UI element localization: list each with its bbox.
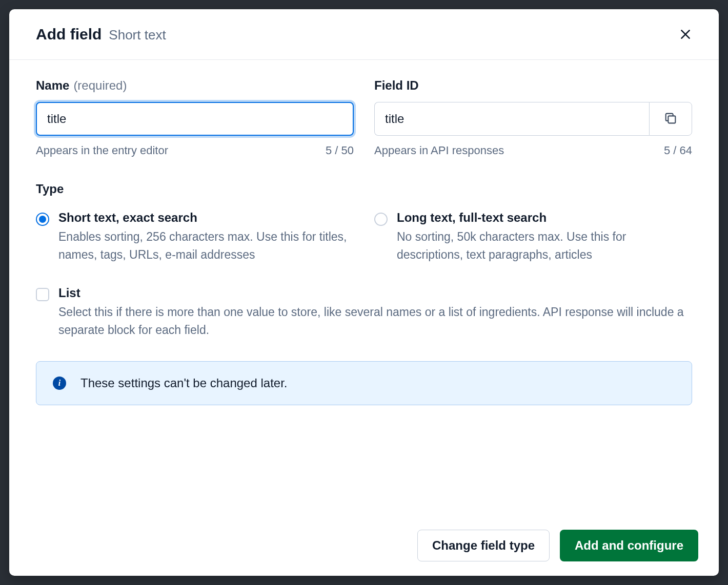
modal-header: Add field Short text [9, 9, 719, 60]
copy-field-id-button[interactable] [649, 102, 692, 136]
list-checkbox[interactable] [36, 288, 49, 301]
close-button[interactable] [675, 24, 696, 45]
field-id-help-text: Appears in API responses [374, 144, 504, 157]
info-icon: i [53, 377, 66, 390]
type-option-long[interactable]: Long text, full-text search No sorting, … [374, 211, 692, 263]
field-id-group: Field ID [374, 78, 692, 157]
field-id-input[interactable] [374, 102, 649, 136]
copy-icon [663, 111, 678, 127]
name-field-group: Name (required) Appears in the entry edi… [36, 78, 354, 157]
name-char-counter: 5 / 50 [326, 144, 354, 157]
radio-long-text[interactable] [374, 213, 388, 226]
field-id-label: Field ID [374, 78, 419, 93]
list-desc: Select this if there is more than one va… [58, 303, 692, 339]
modal-body: Name (required) Appears in the entry edi… [9, 60, 719, 513]
name-required-hint: (required) [73, 78, 127, 93]
svg-rect-2 [668, 116, 675, 123]
modal-subtitle: Short text [109, 27, 166, 43]
type-long-desc: No sorting, 50k characters max. Use this… [397, 228, 692, 263]
type-option-short[interactable]: Short text, exact search Enables sorting… [36, 211, 354, 263]
type-short-desc: Enables sorting, 256 characters max. Use… [58, 228, 354, 263]
name-help-text: Appears in the entry editor [36, 144, 168, 157]
list-title: List [58, 286, 692, 300]
name-label: Name [36, 78, 69, 93]
type-section-label: Type [36, 182, 692, 196]
type-short-title: Short text, exact search [58, 211, 354, 225]
add-field-modal: Add field Short text Name (required) [9, 9, 719, 576]
modal-title: Add field [36, 26, 102, 43]
type-long-title: Long text, full-text search [397, 211, 692, 225]
settings-warning-notice: i These settings can't be changed later. [36, 361, 692, 405]
add-and-configure-button[interactable]: Add and configure [560, 530, 698, 561]
close-icon [679, 35, 692, 43]
change-field-type-button[interactable]: Change field type [417, 530, 550, 561]
notice-text: These settings can't be changed later. [80, 376, 288, 390]
type-options: Short text, exact search Enables sorting… [36, 211, 692, 263]
modal-footer: Change field type Add and configure [9, 513, 719, 576]
list-option[interactable]: List Select this if there is more than o… [36, 286, 692, 339]
modal-title-group: Add field Short text [36, 26, 166, 43]
name-input[interactable] [36, 102, 354, 136]
radio-short-text[interactable] [36, 213, 49, 226]
field-id-char-counter: 5 / 64 [664, 144, 692, 157]
modal-backdrop: Add field Short text Name (required) [0, 0, 728, 585]
